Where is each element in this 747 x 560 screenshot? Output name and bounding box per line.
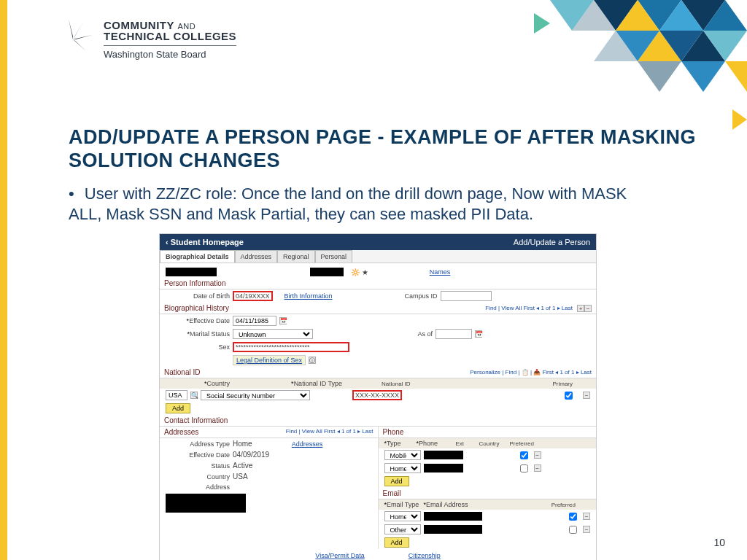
eff-date-label: Effective Date (166, 317, 230, 324)
addr-status-value: Active (233, 462, 252, 470)
svg-marker-17 (534, 13, 550, 34)
row-del-icon[interactable]: − (583, 513, 590, 520)
preferred-col: Preferred (510, 440, 534, 447)
tab-addresses[interactable]: Addresses (235, 250, 278, 262)
dob-label: Date of Birth (166, 292, 230, 300)
back-link[interactable]: ‹ Student Homepage (166, 238, 244, 246)
svg-marker-24 (58, 39, 73, 54)
svg-marker-21 (73, 35, 92, 39)
svg-marker-20 (73, 22, 83, 39)
national-tools[interactable]: Personalize | Find | 📋 | 📥 First ◂ 1 of … (470, 369, 592, 376)
nid-type-select[interactable]: Social Security Number (201, 390, 310, 400)
tab-regional[interactable]: Regional (277, 250, 315, 262)
email-pref-2[interactable] (569, 526, 577, 534)
addr-effdate-label: Effective Date (166, 451, 230, 459)
svg-marker-18 (732, 109, 747, 130)
nid-type-col: National ID Type (233, 380, 342, 387)
svg-marker-2 (638, 0, 681, 31)
phone-col: Phone (417, 440, 453, 447)
phone-pref-1[interactable] (520, 451, 528, 459)
row-delete-icon[interactable]: − (583, 392, 590, 399)
visa-link[interactable]: Visa/Permit Data (315, 552, 364, 559)
eff-date-field[interactable] (233, 316, 276, 326)
brand-logo: COMMUNITY AND TECHNICAL COLLEGES Washing… (53, 19, 236, 60)
add-nid-button[interactable]: Add (166, 403, 190, 413)
calendar-icon[interactable]: 📅 (279, 317, 287, 324)
addresses-link[interactable]: Addresses (292, 440, 323, 448)
legal-def-link[interactable]: Legal Definition of Sex (233, 355, 306, 365)
nid-col: National ID (382, 381, 491, 387)
page-heading: Add/Update a Person (514, 238, 590, 246)
svg-marker-4 (572, 0, 616, 31)
add-row-icon[interactable]: + (577, 305, 584, 312)
svg-marker-15 (681, 61, 725, 92)
email-type-col: Email Type (384, 501, 421, 508)
marital-select[interactable]: Unknown (233, 329, 313, 339)
section-contact: Contact Information (160, 415, 596, 427)
app-screenshot: ‹ Student Homepage Add/Update a Person B… (159, 233, 597, 560)
email-pref-col: Preferred (551, 502, 576, 508)
row-del-icon[interactable]: − (534, 464, 541, 472)
svg-marker-3 (681, 0, 725, 31)
asof-field[interactable] (436, 329, 472, 339)
email-type-1[interactable]: Home (384, 511, 421, 521)
addr-status-label: Status (166, 462, 230, 470)
flag-icon: 🔆 ★ (351, 268, 368, 276)
email-addr-col: Email Address (424, 501, 482, 508)
phone-pref-2[interactable] (520, 464, 528, 472)
ext-col: Ext (456, 440, 476, 447)
asof-label: As of (403, 330, 433, 338)
row-del-icon[interactable]: − (534, 451, 541, 459)
tab-bio-details[interactable]: Biographical Details (160, 250, 235, 262)
svg-marker-13 (703, 31, 747, 61)
section-person-info: Person Information (160, 278, 596, 289)
section-bio-history: Biographical History (164, 304, 229, 312)
phone-type-col: Type (384, 440, 414, 447)
redacted-id (310, 268, 344, 276)
svg-marker-9 (638, 31, 681, 61)
primary-checkbox[interactable] (565, 392, 573, 400)
addr-country-value: USA (233, 472, 248, 481)
email-pref-1[interactable] (569, 513, 577, 521)
remove-row-icon[interactable]: − (584, 305, 592, 312)
slide-bullet: User with ZZ/ZC role: Once the land on t… (69, 184, 659, 224)
marital-label: Marital Status (166, 330, 230, 338)
slide-number: 10 (713, 537, 725, 548)
section-addresses: Addresses (164, 428, 198, 436)
redacted-email-1 (424, 512, 482, 521)
svg-marker-11 (616, 31, 659, 61)
row-del-icon[interactable]: − (583, 526, 590, 533)
calendar-icon-2[interactable]: 📅 (475, 330, 482, 338)
add-email-button[interactable]: Add (384, 537, 409, 548)
phone-country-col: Country (479, 440, 507, 447)
citizenship-link[interactable]: Citizenship (409, 552, 441, 559)
birth-info-link[interactable]: Birth Information (285, 292, 333, 300)
dob-value: 04/19XXXX (233, 291, 273, 301)
svg-marker-14 (638, 61, 681, 92)
svg-marker-22 (73, 39, 86, 51)
add-phone-button[interactable]: Add (384, 476, 409, 486)
info-icon[interactable]: ⓘ (309, 357, 316, 364)
country-field[interactable] (166, 390, 187, 400)
country-col: Country (166, 380, 230, 387)
svg-marker-8 (594, 31, 638, 61)
campus-id-field[interactable] (441, 291, 492, 301)
redacted-phone-2 (424, 464, 463, 472)
svg-marker-19 (69, 19, 73, 39)
svg-marker-16 (725, 61, 747, 92)
redacted-name (166, 268, 217, 276)
phone-type-1[interactable]: Mobile (384, 450, 421, 460)
redacted-address (166, 494, 246, 513)
lookup-icon[interactable]: 🔍 (190, 392, 198, 399)
redacted-phone-1 (424, 451, 463, 459)
bio-history-nav[interactable]: Find | View All First ◂ 1 of 1 ▸ Last (485, 305, 573, 311)
email-type-2[interactable]: Other (384, 524, 421, 534)
svg-marker-26 (60, 26, 73, 39)
addr-country-label: Country (166, 473, 230, 481)
addresses-nav[interactable]: Find | View All First ◂ 1 of 1 ▸ Last (286, 428, 374, 436)
phone-type-2[interactable]: Home (384, 463, 421, 473)
decorative-triangles (441, 0, 747, 146)
names-link[interactable]: Names (430, 268, 451, 276)
slide-title: ADD/UPDATE A PERSON PAGE - EXAMPLE OF AF… (69, 125, 703, 173)
tab-personal[interactable]: Personal (315, 250, 353, 262)
